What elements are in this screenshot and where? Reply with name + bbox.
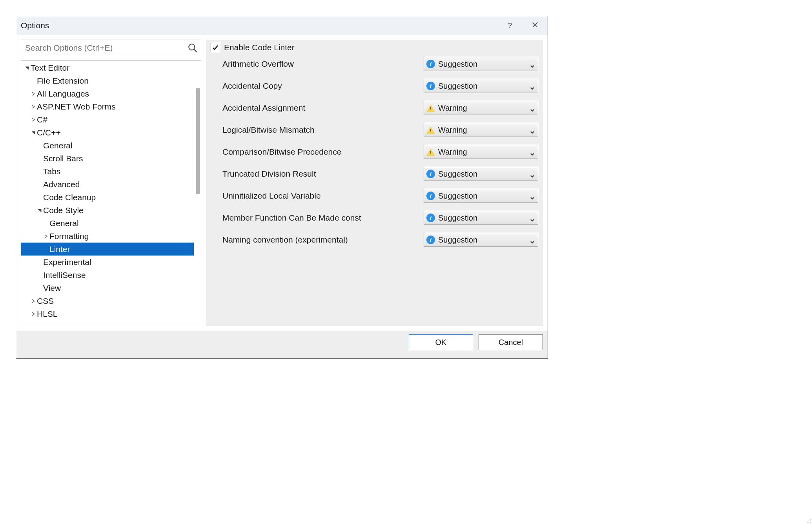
tree-item[interactable]: ASP.NET Web Forms xyxy=(21,100,194,113)
enable-linter-label: Enable Code Linter xyxy=(224,43,295,52)
severity-dropdown[interactable]: iSuggestion xyxy=(424,233,538,247)
resize-grip-icon[interactable] xyxy=(806,518,811,523)
rule-row: Logical/Bitwise MismatchWarning xyxy=(222,122,538,138)
expanded-icon[interactable] xyxy=(24,66,30,70)
svg-point-10 xyxy=(807,522,808,523)
rule-label: Uninitialized Local Variable xyxy=(222,191,321,201)
collapsed-icon[interactable] xyxy=(31,92,36,96)
tree-item[interactable]: View xyxy=(21,281,194,294)
tree-item[interactable]: Code Cleanup xyxy=(21,191,194,204)
tree-item-label: Advanced xyxy=(43,180,80,189)
rule-label: Naming convention (experimental) xyxy=(222,235,348,245)
svg-point-9 xyxy=(810,520,811,521)
rule-label: Arithmetic Overflow xyxy=(222,59,294,69)
search-icon xyxy=(188,43,198,53)
severity-dropdown[interactable]: iSuggestion xyxy=(424,211,538,225)
collapsed-icon[interactable] xyxy=(43,234,49,238)
info-icon: i xyxy=(426,82,435,90)
collapsed-icon[interactable] xyxy=(31,299,36,303)
tree-item[interactable]: Formatting xyxy=(21,230,194,243)
expanded-icon[interactable] xyxy=(37,208,42,212)
chevron-down-icon xyxy=(530,84,535,88)
severity-value: Suggestion xyxy=(438,214,477,223)
svg-point-8 xyxy=(808,520,809,521)
cancel-button[interactable]: Cancel xyxy=(479,334,543,350)
collapsed-icon[interactable] xyxy=(31,118,36,122)
rule-label: Accidental Assignment xyxy=(222,103,305,113)
ok-button[interactable]: OK xyxy=(409,334,473,350)
severity-dropdown[interactable]: Warning xyxy=(424,101,538,115)
info-icon: i xyxy=(426,60,435,68)
help-icon: ? xyxy=(508,22,512,30)
warning-icon xyxy=(426,126,435,134)
enable-linter-checkbox[interactable] xyxy=(211,43,220,52)
severity-value: Warning xyxy=(438,148,467,157)
severity-value: Warning xyxy=(438,126,467,135)
tree-item[interactable]: Scroll Bars xyxy=(21,152,194,165)
tree-item[interactable]: Experimental xyxy=(21,256,194,268)
tree-item[interactable]: General xyxy=(21,217,194,230)
severity-dropdown[interactable]: Warning xyxy=(424,145,538,159)
chevron-down-icon xyxy=(530,215,535,220)
svg-point-12 xyxy=(810,522,811,523)
tree-item[interactable]: CSS xyxy=(21,294,194,307)
tree-item[interactable]: File Extension xyxy=(21,74,194,87)
rule-row: Accidental CopyiSuggestion xyxy=(222,78,538,94)
tree-item[interactable]: Advanced xyxy=(21,178,194,191)
titlebar: Options ? xyxy=(16,16,548,35)
rule-row: Comparison/Bitwise PrecedenceWarning xyxy=(222,144,538,160)
tree-item-label: General xyxy=(49,219,79,228)
expanded-icon[interactable] xyxy=(31,131,36,135)
tree-item-label: HLSL xyxy=(37,309,58,319)
tree-item[interactable]: IntelliSense xyxy=(21,268,194,281)
tree-item-label: Scroll Bars xyxy=(43,154,83,163)
svg-marker-6 xyxy=(38,209,41,212)
tree-item[interactable]: C# xyxy=(21,113,194,126)
tree-item[interactable]: Text Editor xyxy=(21,61,194,74)
tree-item-label: IntelliSense xyxy=(43,270,86,280)
rule-row: Naming convention (experimental)iSuggest… xyxy=(222,232,538,248)
search-input[interactable] xyxy=(24,43,188,53)
dialog-title: Options xyxy=(21,21,49,30)
tree-item-label: General xyxy=(43,141,73,150)
severity-dropdown[interactable]: Warning xyxy=(424,123,538,137)
tree-item-label: Code Cleanup xyxy=(43,193,96,202)
tree-item-label: CSS xyxy=(37,296,54,306)
tree-item[interactable]: C/C++ xyxy=(21,126,194,139)
rule-row: Arithmetic OverflowiSuggestion xyxy=(222,56,538,72)
tree-item-label: Experimental xyxy=(43,257,91,267)
collapsed-icon[interactable] xyxy=(31,105,36,109)
tree-item-label: Tabs xyxy=(43,167,60,176)
severity-dropdown[interactable]: iSuggestion xyxy=(424,79,538,93)
tree-item-label: C# xyxy=(37,115,47,124)
close-button[interactable] xyxy=(523,16,548,35)
tree-item-label: Linter xyxy=(49,245,70,254)
search-box[interactable] xyxy=(21,40,201,56)
collapsed-icon[interactable] xyxy=(31,312,36,316)
tree-item[interactable]: All Languages xyxy=(21,87,194,100)
enable-linter-row: Enable Code Linter xyxy=(211,43,538,52)
severity-dropdown[interactable]: iSuggestion xyxy=(424,167,538,181)
severity-value: Suggestion xyxy=(438,192,477,201)
svg-point-2 xyxy=(189,44,195,50)
chevron-down-icon xyxy=(530,194,535,198)
severity-dropdown[interactable]: iSuggestion xyxy=(424,57,538,71)
tree-item[interactable]: Linter xyxy=(21,243,194,256)
dialog-body: Text EditorFile ExtensionAll LanguagesAS… xyxy=(16,35,548,331)
severity-value: Suggestion xyxy=(438,236,477,245)
options-tree[interactable]: Text EditorFile ExtensionAll LanguagesAS… xyxy=(21,60,194,326)
tree-item[interactable]: General xyxy=(21,139,194,152)
tree-scrollbar[interactable] xyxy=(196,88,200,194)
info-icon: i xyxy=(426,236,435,244)
tree-item[interactable]: Tabs xyxy=(21,165,194,178)
rule-row: Member Function Can Be Made constiSugges… xyxy=(222,210,538,226)
help-button[interactable]: ? xyxy=(497,16,523,35)
tree-item[interactable]: HLSL xyxy=(21,307,194,320)
severity-value: Warning xyxy=(438,104,467,113)
severity-dropdown[interactable]: iSuggestion xyxy=(424,189,538,203)
chevron-down-icon xyxy=(530,106,535,110)
close-icon xyxy=(532,22,538,30)
tree-item[interactable]: Code Style xyxy=(21,204,194,217)
rule-label: Accidental Copy xyxy=(222,81,282,91)
info-icon: i xyxy=(426,170,435,178)
